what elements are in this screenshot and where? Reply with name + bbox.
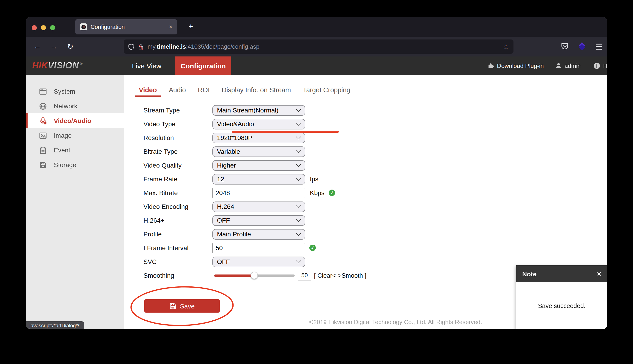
logo-hik: HIK [32,60,48,71]
help-button[interactable]: Help [593,56,607,75]
status-bar: javascript:/*artDialog*/; [26,321,84,329]
system-icon [39,88,47,95]
form-row-i-frame-interval: I Frame Interval ✓ [124,241,607,255]
sidebar-item-video-audio[interactable]: Video/Audio [26,114,124,128]
shield-icon[interactable] [128,44,134,50]
bookmark-star-icon[interactable]: ☆ [503,43,509,50]
back-icon[interactable]: ← [31,37,43,56]
url-bar[interactable]: my.timeline.is:41035/doc/page/config.asp… [124,40,513,54]
stream-type-select[interactable]: Main Stream(Normal) [213,105,305,116]
field-label: Frame Rate [143,175,213,183]
smoothing-value-box[interactable]: 50 [298,270,311,280]
resolution-select[interactable]: 1920*1080P [213,132,305,143]
max-bitrate-input[interactable] [213,188,305,198]
tab-audio[interactable]: Audio [169,82,186,97]
close-window-button[interactable] [32,25,37,30]
microphone-icon [39,117,47,124]
site-header: HIKVISION® Live View Configuration Downl… [26,56,607,75]
storage-floppy-icon [39,161,47,169]
extension-icon[interactable] [577,42,587,52]
select-value: OFF [217,258,230,265]
frame-rate-select[interactable]: 12 [213,174,305,184]
tab-target-cropping[interactable]: Target Cropping [303,82,350,97]
minimize-window-button[interactable] [41,25,46,30]
select-value: Higher [217,162,236,169]
form-row-video-encoding: Video Encoding H.264 [124,200,607,214]
nav-configuration[interactable]: Configuration [175,56,231,75]
chevron-down-icon [296,134,301,139]
page-tabs: Video Audio ROI Display Info. on Stream … [124,75,607,97]
tab-close-icon[interactable]: × [169,24,172,30]
chevron-down-icon [296,162,301,167]
chevron-down-icon [296,217,301,222]
smoothing-slider-thumb[interactable] [250,272,258,279]
pocket-icon[interactable] [560,42,570,52]
video-encoding-select[interactable]: H.264 [213,201,305,212]
new-tab-button[interactable]: + [185,21,196,32]
field-label: Video Encoding [143,203,213,210]
sidebar: System Network Video/Audio [26,75,124,329]
url-text: my.timeline.is:41035/doc/page/config.asp [148,43,260,50]
select-value: H.264 [217,203,234,210]
logo-registered-mark: ® [80,62,83,66]
tab-video[interactable]: Video [139,82,157,97]
field-label: SVC [143,258,213,265]
menu-hamburger-icon[interactable] [594,42,603,52]
sidebar-label: Image [54,132,72,139]
close-icon[interactable]: × [597,270,601,278]
reload-icon[interactable]: ↻ [64,37,76,56]
insecure-lock-icon[interactable] [138,44,144,50]
sidebar-label: Video/Audio [54,117,91,124]
sidebar-item-event[interactable]: Event [26,143,124,158]
forward-icon[interactable]: → [48,37,60,56]
url-host: timeline.is [157,43,186,50]
h264plus-select[interactable]: OFF [213,215,305,226]
logo-vision: VISION [48,60,79,71]
video-type-select[interactable]: Video&Audio [213,119,305,129]
field-label: I Frame Interval [143,244,213,252]
zoom-window-button[interactable] [50,25,55,30]
i-frame-interval-input[interactable] [213,242,305,253]
form-row-profile: Profile Main Profile [124,227,607,241]
valid-check-icon: ✓ [309,244,316,252]
select-value: Variable [217,148,240,155]
form-row-h264plus: H.264+ OFF [124,214,607,227]
select-value: 12 [217,175,224,183]
video-quality-select[interactable]: Higher [213,160,305,170]
sidebar-item-image[interactable]: Image [26,128,124,143]
field-label: Video Quality [143,162,213,169]
sidebar-item-network[interactable]: Network [26,99,124,114]
sidebar-item-system[interactable]: System [26,84,124,99]
browser-window: Configuration × + ← → ↻ [26,17,607,329]
tab-display-info-on-stream[interactable]: Display Info. on Stream [222,82,291,97]
nav-live-view[interactable]: Live View [126,56,167,75]
svc-select[interactable]: OFF [213,256,305,267]
note-dialog-header: Note × [516,265,607,282]
tab-roi[interactable]: ROI [198,82,210,97]
select-value: OFF [217,217,230,224]
user-menu[interactable]: admin [555,56,581,75]
chevron-down-icon [296,203,301,208]
field-label: Smoothing [143,272,213,279]
form-row-frame-rate: Frame Rate 12 fps [124,172,607,186]
puzzle-icon [488,62,494,69]
browser-toolbar: ← → ↻ my.timeline.is:41035/doc/page/conf… [26,37,607,56]
chevron-down-icon [296,175,301,180]
download-plugin-button[interactable]: Download Plug-in [488,56,544,75]
save-button[interactable]: Save [144,299,220,312]
tab-title: Configuration [91,24,166,30]
select-value: 1920*1080P [217,134,252,142]
screenshot-stage: Configuration × + ← → ↻ [0,0,633,364]
field-label: Max. Bitrate [143,189,213,196]
field-label: Stream Type [143,106,213,114]
form-row-bitrate-type: Bitrate Type Variable [124,144,607,158]
browser-tabbar: Configuration × + [26,17,607,37]
smoothing-slider[interactable] [214,274,295,276]
bitrate-type-select[interactable]: Variable [213,146,305,157]
note-dialog-title: Note [522,270,536,278]
browser-tab[interactable]: Configuration × [75,19,177,34]
profile-select[interactable]: Main Profile [213,229,305,240]
sidebar-item-storage[interactable]: Storage [26,158,124,172]
form-row-stream-type: Stream Type Main Stream(Normal) [124,103,607,117]
smoothing-slider-fill [214,274,255,276]
